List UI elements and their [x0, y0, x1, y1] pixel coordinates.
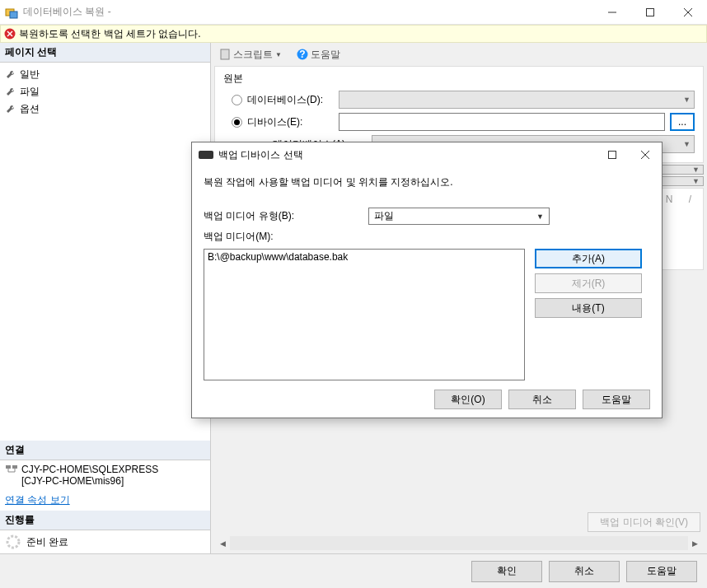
- device-radio-label: 디바이스(E):: [247, 115, 302, 129]
- sidebar-item-label: 일반: [20, 68, 40, 82]
- chevron-down-icon: ▼: [275, 51, 282, 58]
- warning-bar: 복원하도록 선택한 백업 세트가 없습니다.: [0, 25, 707, 43]
- minimize-button[interactable]: [593, 0, 631, 25]
- backup-media-list[interactable]: B:\@backup\www\database.bak: [204, 249, 525, 380]
- scroll-track[interactable]: [230, 536, 688, 550]
- source-group-title: 원본: [223, 72, 695, 86]
- progress-header: 진행률: [0, 511, 210, 530]
- content-toolbar: 스크립트 ▼ ? 도움말: [213, 44, 705, 64]
- database-radio-label: 데이터베이스(D):: [247, 93, 323, 107]
- dialog-instruction: 복원 작업에 사용할 백업 미디어 및 위치를 지정하십시오.: [204, 175, 650, 189]
- sidebar: 페이지 선택 일반 파일 옵션 연결 CJY-PC-HOME\SQLEXPRES…: [0, 43, 211, 553]
- svg-rect-9: [6, 465, 11, 469]
- media-list-label: 백업 미디어(M):: [204, 230, 368, 244]
- app-icon: [5, 6, 18, 19]
- bottom-button-bar: 확인 취소 도움말: [0, 553, 707, 588]
- main-cancel-button[interactable]: 취소: [549, 561, 620, 582]
- progress-status: 준비 완료: [26, 535, 68, 549]
- main-help-button[interactable]: 도움말: [626, 561, 697, 582]
- browse-device-button[interactable]: ...: [670, 113, 695, 131]
- device-icon: [199, 151, 213, 159]
- spinner-icon: [5, 534, 21, 550]
- scroll-left-arrow[interactable]: ◀: [216, 536, 230, 550]
- window-titlebar: 데이터베이스 복원 -: [0, 0, 707, 25]
- verify-backup-button: 백업 미디어 확인(V): [588, 512, 700, 532]
- server-icon: [5, 464, 18, 477]
- svg-rect-10: [12, 465, 17, 469]
- chevron-down-icon: ▼: [536, 212, 544, 221]
- dialog-close-button[interactable]: [629, 143, 662, 166]
- script-button[interactable]: 스크립트 ▼: [216, 46, 285, 63]
- close-button[interactable]: [669, 0, 707, 25]
- sidebar-item-label: 옵션: [20, 102, 40, 116]
- wrench-icon: [5, 86, 16, 98]
- sidebar-item-general[interactable]: 일반: [0, 66, 210, 83]
- connection-header: 연결: [0, 441, 210, 460]
- help-icon: ?: [297, 49, 308, 60]
- dialog-help-button[interactable]: 도움말: [583, 390, 650, 409]
- media-type-combo[interactable]: 파일 ▼: [368, 208, 550, 225]
- chevron-down-icon: ▼: [692, 166, 700, 174]
- wrench-icon: [5, 69, 16, 81]
- database-radio[interactable]: [232, 95, 242, 105]
- sidebar-item-files[interactable]: 파일: [0, 83, 210, 100]
- contents-button[interactable]: 내용(T): [535, 298, 642, 318]
- sidebar-item-options[interactable]: 옵션: [0, 100, 210, 118]
- dialog-title: 백업 디바이스 선택: [218, 148, 303, 162]
- dialog-ok-button[interactable]: 확인(O): [434, 390, 502, 409]
- device-path-input[interactable]: [339, 113, 665, 131]
- window-title: 데이터베이스 복원 -: [23, 5, 593, 19]
- svg-rect-18: [609, 152, 616, 159]
- list-item[interactable]: B:\@backup\www\database.bak: [208, 251, 521, 263]
- svg-point-14: [7, 536, 19, 548]
- sidebar-item-label: 파일: [20, 85, 40, 99]
- device-radio[interactable]: [232, 117, 242, 128]
- backup-device-dialog: 백업 디바이스 선택 복원 작업에 사용할 백업 미디어 및 위치를 지정하십시…: [191, 142, 663, 418]
- dialog-titlebar: 백업 디바이스 선택: [192, 142, 662, 167]
- dialog-maximize-button[interactable]: [596, 143, 629, 166]
- add-button[interactable]: 추가(A): [535, 249, 642, 268]
- wrench-icon: [5, 104, 16, 115]
- svg-rect-1: [10, 12, 17, 18]
- placeholder-text: N /: [666, 194, 698, 205]
- help-button[interactable]: ? 도움말: [293, 46, 344, 63]
- warning-message: 복원하도록 선택한 백업 세트가 없습니다.: [19, 27, 201, 41]
- view-connection-props-link[interactable]: 연결 속성 보기: [5, 493, 70, 507]
- page-select-header: 페이지 선택: [0, 43, 210, 63]
- chevron-down-icon: ▼: [683, 96, 691, 104]
- horizontal-scrollbar[interactable]: ◀ ▶: [216, 536, 702, 550]
- server-name: CJY-PC-HOME\SQLEXPRESS: [21, 464, 158, 475]
- svg-text:?: ?: [299, 49, 305, 60]
- maximize-button[interactable]: [631, 0, 669, 25]
- chevron-down-icon: ▼: [683, 140, 691, 148]
- main-ok-button[interactable]: 확인: [471, 561, 542, 582]
- chevron-down-icon: ▼: [692, 177, 700, 185]
- svg-rect-15: [221, 49, 229, 59]
- scroll-right-arrow[interactable]: ▶: [688, 536, 702, 550]
- error-icon: [4, 28, 16, 40]
- remove-button: 제거(R): [535, 273, 642, 293]
- script-icon: [219, 49, 231, 60]
- user-name: [CJY-PC-HOME\mis96]: [21, 475, 158, 487]
- svg-rect-3: [647, 9, 654, 16]
- media-type-label: 백업 미디어 유형(B):: [204, 209, 368, 223]
- dialog-cancel-button[interactable]: 취소: [508, 390, 576, 409]
- source-database-combo[interactable]: ▼: [339, 91, 695, 109]
